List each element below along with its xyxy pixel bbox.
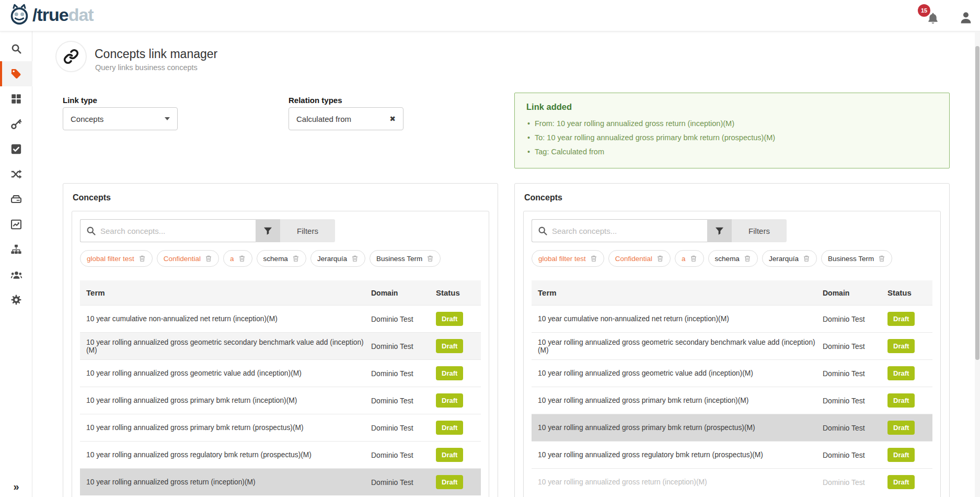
sidebar-item-users[interactable] (0, 262, 32, 287)
delete-filter-button[interactable] (205, 255, 212, 262)
gear-icon (10, 294, 22, 306)
sidebar-item-lineage[interactable] (0, 237, 32, 262)
concept-row[interactable]: 10 year rolling annualized gross primary… (80, 414, 481, 441)
filter-chip: Jerarquía (310, 250, 365, 267)
delete-filter-button[interactable] (878, 255, 885, 262)
page-title: Concepts link manager (95, 47, 217, 61)
chip-label: global filter test (87, 255, 134, 263)
col-status: Status (436, 288, 481, 297)
archive-icon (10, 194, 22, 205)
user-menu-button[interactable] (958, 10, 974, 26)
sidebar-item-rules[interactable] (0, 137, 32, 162)
notifications-button[interactable]: 15 (924, 9, 942, 27)
link-icon (63, 49, 79, 64)
col-status: Status (887, 288, 932, 297)
sidebar-item-dashboard[interactable] (0, 86, 32, 111)
table-header: Term Domain Status (80, 280, 481, 305)
status-badge: Draft (887, 421, 915, 435)
funnel-icon (263, 226, 273, 236)
relation-types-label: Relation types (289, 96, 342, 105)
chip-label: Business Term (376, 255, 422, 263)
trash-icon (590, 255, 597, 262)
sidebar-item-quality[interactable] (0, 212, 32, 237)
delete-filter-button[interactable] (139, 255, 146, 262)
sidebar-item-search[interactable] (0, 36, 32, 61)
trash-icon (238, 255, 246, 262)
filter-chip: a (675, 250, 704, 267)
alert-title: Link added (526, 102, 938, 112)
filters-button[interactable]: Filters (732, 219, 787, 242)
delete-filter-button[interactable] (690, 255, 697, 262)
scrollbar-thumb[interactable] (975, 46, 979, 360)
sidebar-expand-button[interactable]: » (0, 481, 32, 493)
status-badge: Draft (436, 448, 463, 462)
truedat-logo[interactable]: /truedat (8, 4, 94, 26)
concept-row-disabled[interactable]: 10 year rolling annualized gross return … (532, 468, 932, 495)
filter-chip: global filter test (80, 250, 153, 267)
trash-icon (205, 255, 212, 262)
filter-funnel-button[interactable] (256, 219, 280, 242)
sidebar-item-permissions[interactable] (0, 111, 32, 137)
concept-row-selected[interactable]: 10 year rolling annualized gross primary… (532, 414, 932, 441)
concepts-table: Term Domain Status 10 year cumulative no… (80, 280, 481, 495)
relation-type-filter[interactable]: Calculated from ✖ (289, 107, 403, 130)
alert-line-from: From: 10 year rolling annualized gross r… (526, 117, 938, 131)
delete-filter-button[interactable] (656, 255, 664, 262)
link-type-value: Concepts (71, 115, 103, 123)
status-badge: Draft (436, 366, 463, 380)
page-subtitle: Query links business concepts (95, 63, 198, 72)
delete-filter-button[interactable] (351, 255, 359, 262)
person-icon (958, 10, 974, 26)
concept-row[interactable]: 10 year cumulative non-annualized net re… (532, 305, 932, 332)
concept-row[interactable]: 10 year rolling annualized gross primary… (80, 387, 481, 414)
concept-row[interactable]: 10 year rolling annualized gross primary… (532, 387, 932, 414)
link-type-label: Link type (63, 96, 97, 105)
status-badge: Draft (887, 339, 915, 353)
delete-filter-button[interactable] (590, 255, 597, 262)
key-icon (10, 118, 22, 130)
scrollbar-track[interactable] (975, 31, 980, 497)
concept-row[interactable]: 10 year rolling annualized gross geometr… (532, 359, 932, 387)
col-domain: Domain (823, 289, 887, 297)
concept-row-selected[interactable]: 10 year rolling annualized gross return … (80, 468, 481, 495)
sidebar-item-concepts[interactable] (0, 61, 32, 86)
status-badge: Draft (436, 475, 463, 489)
concept-row[interactable]: 10 year cumulative non-annualized net re… (80, 305, 481, 332)
clear-icon[interactable]: ✖ (389, 115, 396, 123)
sidebar-item-structures[interactable] (0, 187, 32, 212)
concepts-panel-right: Concepts Filters global filter test Conf… (514, 183, 950, 497)
delete-filter-button[interactable] (744, 255, 751, 262)
alert-line-tag: Tag: Calculated from (526, 145, 938, 159)
delete-filter-button[interactable] (292, 255, 299, 262)
filter-chip: global filter test (532, 250, 604, 267)
concept-row[interactable]: 10 year rolling annualized gross geometr… (80, 332, 481, 359)
link-added-alert: Link added From: 10 year rolling annuali… (514, 93, 950, 168)
sidebar-item-settings[interactable] (0, 287, 32, 312)
grid-icon (10, 93, 22, 105)
filters-button[interactable]: Filters (280, 219, 335, 242)
concept-row[interactable]: 10 year rolling annualized gross geometr… (80, 359, 481, 387)
trash-icon (744, 255, 751, 262)
sidebar-item-relations[interactable] (0, 162, 32, 187)
concept-row[interactable]: 10 year rolling annualized gross regulat… (80, 441, 481, 468)
filter-funnel-button[interactable] (707, 219, 732, 242)
delete-filter-button[interactable] (803, 255, 810, 262)
chip-label: a (230, 255, 234, 263)
tags-icon (10, 67, 22, 80)
search-concepts-input[interactable] (532, 219, 707, 242)
concept-row[interactable]: 10 year rolling annualized gross regulat… (532, 441, 932, 468)
search-icon (10, 43, 22, 54)
filter-chip: a (223, 250, 252, 267)
delete-filter-button[interactable] (238, 255, 246, 262)
status-badge: Draft (887, 475, 915, 489)
link-type-select[interactable]: Concepts (63, 107, 178, 130)
search-concepts-input[interactable] (80, 219, 256, 242)
chip-label: schema (715, 255, 740, 263)
page-icon (55, 41, 87, 72)
topbar: /truedat 15 (0, 0, 980, 31)
filter-chip: Jerarquía (762, 250, 817, 267)
delete-filter-button[interactable] (426, 255, 434, 262)
panel-title: Concepts (73, 193, 489, 202)
status-badge: Draft (887, 312, 915, 326)
concept-row[interactable]: 10 year rolling annualized gross geometr… (532, 332, 932, 359)
